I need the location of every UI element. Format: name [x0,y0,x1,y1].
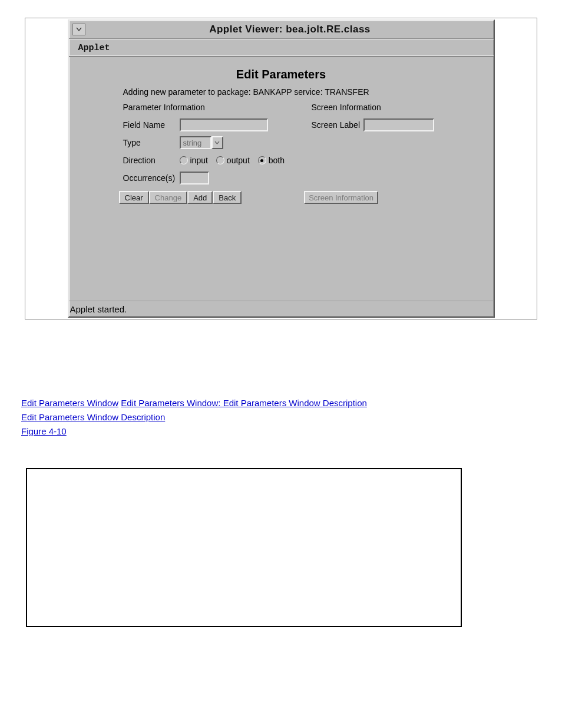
type-select-button[interactable] [211,136,223,149]
link-edit-parameters-window-desc2[interactable]: Edit Parameters Window Description [21,412,165,422]
back-button[interactable]: Back [213,191,242,204]
type-label: Type [123,138,180,147]
chevron-down-icon [76,27,82,32]
menu-applet[interactable]: Applet [75,42,114,54]
clear-button[interactable]: Clear [119,191,149,204]
direction-radio-output-label: output [227,156,250,165]
direction-radio-input[interactable]: input [180,156,208,165]
change-button[interactable]: Change [149,191,188,204]
link-edit-parameters-window-description[interactable]: Edit Parameters Window: Edit Parameters … [121,398,367,408]
occurrences-label: Occurrence(s) [123,173,180,183]
doc-links: Edit Parameters Window Edit Parameters W… [21,396,510,439]
button-row: Clear Change Add Back Screen Information [119,191,487,204]
menubar: Applet [69,39,494,57]
link-edit-parameters-window[interactable]: Edit Parameters Window [21,398,118,408]
applet-window: Applet Viewer: bea.jolt.RE.class Applet … [68,19,495,318]
page-subheading: Adding new parameter to package: BANKAPP… [123,87,487,97]
screen-information-button[interactable]: Screen Information [304,191,378,204]
statusbar: Applet started. [69,301,494,317]
direction-radio-both-label: both [269,156,285,165]
direction-radio-output[interactable]: output [216,156,250,165]
field-name-label: Field Name [123,120,180,130]
direction-radio-input-label: input [190,156,208,165]
screen-label-label: Screen Label [312,120,363,130]
add-button[interactable]: Add [187,191,213,204]
window-title: Applet Viewer: bea.jolt.RE.class [90,24,490,35]
chevron-down-icon [214,141,220,145]
screen-info-label: Screen Information [312,103,465,112]
type-select-value: string [180,136,211,149]
type-select[interactable]: string [180,136,223,149]
occurrences-input[interactable] [180,172,209,185]
parameter-info-label: Parameter Information [123,103,312,112]
screen-label-input[interactable] [363,118,434,131]
field-name-input[interactable] [180,118,268,131]
direction-label: Direction [123,156,180,165]
window-titlebar: Applet Viewer: bea.jolt.RE.class [69,21,494,39]
applet-canvas: Edit Parameters Adding new parameter to … [69,57,494,317]
direction-radiogroup: input output both [180,156,285,165]
page-heading: Edit Parameters [76,68,487,81]
link-figure-4-10[interactable]: Figure 4-10 [21,426,67,436]
empty-figure-frame [26,468,462,627]
direction-radio-both[interactable]: both [258,156,285,165]
system-menu-button[interactable] [72,24,85,35]
